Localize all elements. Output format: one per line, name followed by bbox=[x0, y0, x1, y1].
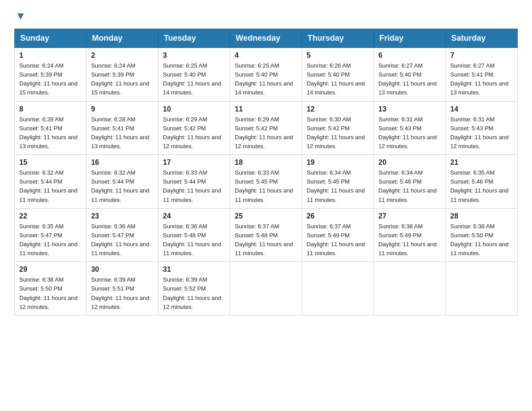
calendar-cell: 22 Sunrise: 6:35 AM Sunset: 5:47 PM Dayl… bbox=[15, 208, 86, 262]
day-number: 2 bbox=[91, 51, 153, 60]
day-number: 31 bbox=[163, 265, 225, 274]
calendar-cell: 13 Sunrise: 6:31 AM Sunset: 5:43 PM Dayl… bbox=[374, 101, 446, 155]
calendar-cell: 3 Sunrise: 6:25 AM Sunset: 5:40 PM Dayli… bbox=[158, 48, 230, 102]
day-number: 16 bbox=[91, 158, 153, 167]
day-info: Sunrise: 6:38 AM Sunset: 5:50 PM Dayligh… bbox=[19, 275, 82, 312]
day-info: Sunrise: 6:24 AM Sunset: 5:39 PM Dayligh… bbox=[19, 61, 82, 98]
day-number: 23 bbox=[91, 212, 153, 220]
calendar-cell: 19 Sunrise: 6:34 AM Sunset: 5:45 PM Dayl… bbox=[302, 155, 373, 209]
day-number: 30 bbox=[91, 265, 153, 274]
day-number: 25 bbox=[235, 212, 297, 220]
calendar-cell: 12 Sunrise: 6:30 AM Sunset: 5:42 PM Dayl… bbox=[302, 101, 373, 155]
day-info: Sunrise: 6:28 AM Sunset: 5:41 PM Dayligh… bbox=[91, 115, 153, 151]
column-header-saturday: Saturday bbox=[446, 29, 517, 48]
calendar-cell: 2 Sunrise: 6:24 AM Sunset: 5:39 PM Dayli… bbox=[86, 48, 158, 102]
column-header-thursday: Thursday bbox=[302, 29, 373, 48]
calendar-cell bbox=[302, 262, 373, 316]
calendar-cell: 27 Sunrise: 6:38 AM Sunset: 5:49 PM Dayl… bbox=[374, 208, 446, 262]
day-number: 12 bbox=[307, 105, 369, 113]
day-number: 5 bbox=[307, 51, 369, 60]
column-header-friday: Friday bbox=[374, 29, 446, 48]
calendar-cell bbox=[446, 262, 517, 316]
day-number: 22 bbox=[19, 212, 82, 220]
calendar-cell: 20 Sunrise: 6:34 AM Sunset: 5:46 PM Dayl… bbox=[374, 155, 446, 209]
calendar-week-row: 29 Sunrise: 6:38 AM Sunset: 5:50 PM Dayl… bbox=[15, 262, 518, 316]
calendar-cell: 10 Sunrise: 6:29 AM Sunset: 5:42 PM Dayl… bbox=[158, 101, 230, 155]
day-number: 17 bbox=[163, 158, 225, 167]
day-number: 21 bbox=[450, 158, 513, 167]
day-info: Sunrise: 6:33 AM Sunset: 5:45 PM Dayligh… bbox=[235, 168, 297, 205]
page-header bbox=[14, 11, 518, 21]
day-number: 18 bbox=[235, 158, 297, 167]
calendar-cell: 18 Sunrise: 6:33 AM Sunset: 5:45 PM Dayl… bbox=[230, 155, 302, 209]
day-number: 26 bbox=[307, 212, 369, 220]
column-header-sunday: Sunday bbox=[15, 29, 86, 48]
day-number: 27 bbox=[378, 212, 441, 220]
calendar-table: SundayMondayTuesdayWednesdayThursdayFrid… bbox=[14, 29, 518, 316]
calendar-cell: 23 Sunrise: 6:36 AM Sunset: 5:47 PM Dayl… bbox=[86, 208, 158, 262]
day-info: Sunrise: 6:26 AM Sunset: 5:40 PM Dayligh… bbox=[307, 61, 369, 98]
day-info: Sunrise: 6:38 AM Sunset: 5:50 PM Dayligh… bbox=[450, 222, 513, 258]
day-info: Sunrise: 6:29 AM Sunset: 5:42 PM Dayligh… bbox=[163, 115, 225, 151]
day-number: 24 bbox=[163, 212, 225, 220]
calendar-cell: 28 Sunrise: 6:38 AM Sunset: 5:50 PM Dayl… bbox=[446, 208, 517, 262]
day-number: 7 bbox=[450, 51, 513, 60]
calendar-cell: 31 Sunrise: 6:39 AM Sunset: 5:52 PM Dayl… bbox=[158, 262, 230, 316]
day-info: Sunrise: 6:32 AM Sunset: 5:44 PM Dayligh… bbox=[19, 168, 82, 205]
day-info: Sunrise: 6:35 AM Sunset: 5:47 PM Dayligh… bbox=[19, 222, 82, 258]
day-info: Sunrise: 6:27 AM Sunset: 5:41 PM Dayligh… bbox=[450, 61, 513, 98]
day-info: Sunrise: 6:36 AM Sunset: 5:48 PM Dayligh… bbox=[163, 222, 225, 258]
day-info: Sunrise: 6:30 AM Sunset: 5:42 PM Dayligh… bbox=[307, 115, 369, 151]
day-number: 15 bbox=[19, 158, 82, 167]
day-info: Sunrise: 6:29 AM Sunset: 5:42 PM Dayligh… bbox=[235, 115, 297, 151]
calendar-cell: 30 Sunrise: 6:39 AM Sunset: 5:51 PM Dayl… bbox=[86, 262, 158, 316]
day-info: Sunrise: 6:38 AM Sunset: 5:49 PM Dayligh… bbox=[378, 222, 441, 258]
calendar-cell: 15 Sunrise: 6:32 AM Sunset: 5:44 PM Dayl… bbox=[15, 155, 86, 209]
calendar-week-row: 15 Sunrise: 6:32 AM Sunset: 5:44 PM Dayl… bbox=[15, 155, 518, 209]
day-number: 4 bbox=[235, 51, 297, 60]
calendar-week-row: 22 Sunrise: 6:35 AM Sunset: 5:47 PM Dayl… bbox=[15, 208, 518, 262]
calendar-cell: 1 Sunrise: 6:24 AM Sunset: 5:39 PM Dayli… bbox=[15, 48, 86, 102]
day-info: Sunrise: 6:36 AM Sunset: 5:47 PM Dayligh… bbox=[91, 222, 153, 258]
calendar-cell: 14 Sunrise: 6:31 AM Sunset: 5:43 PM Dayl… bbox=[446, 101, 517, 155]
day-number: 1 bbox=[19, 51, 82, 60]
day-number: 3 bbox=[163, 51, 225, 60]
calendar-cell: 11 Sunrise: 6:29 AM Sunset: 5:42 PM Dayl… bbox=[230, 101, 302, 155]
calendar-cell: 5 Sunrise: 6:26 AM Sunset: 5:40 PM Dayli… bbox=[302, 48, 373, 102]
day-number: 9 bbox=[91, 105, 153, 113]
column-header-wednesday: Wednesday bbox=[230, 29, 302, 48]
day-number: 19 bbox=[307, 158, 369, 167]
calendar-cell: 8 Sunrise: 6:28 AM Sunset: 5:41 PM Dayli… bbox=[15, 101, 86, 155]
day-info: Sunrise: 6:31 AM Sunset: 5:43 PM Dayligh… bbox=[450, 115, 513, 151]
day-info: Sunrise: 6:24 AM Sunset: 5:39 PM Dayligh… bbox=[91, 61, 153, 98]
calendar-week-row: 8 Sunrise: 6:28 AM Sunset: 5:41 PM Dayli… bbox=[15, 101, 518, 155]
day-info: Sunrise: 6:34 AM Sunset: 5:45 PM Dayligh… bbox=[307, 168, 369, 205]
calendar-cell: 29 Sunrise: 6:38 AM Sunset: 5:50 PM Dayl… bbox=[15, 262, 86, 316]
day-number: 28 bbox=[450, 212, 513, 220]
day-info: Sunrise: 6:27 AM Sunset: 5:40 PM Dayligh… bbox=[378, 61, 441, 98]
calendar-cell: 9 Sunrise: 6:28 AM Sunset: 5:41 PM Dayli… bbox=[86, 101, 158, 155]
day-number: 14 bbox=[450, 105, 513, 113]
day-info: Sunrise: 6:37 AM Sunset: 5:48 PM Dayligh… bbox=[235, 222, 297, 258]
calendar-cell: 17 Sunrise: 6:33 AM Sunset: 5:44 PM Dayl… bbox=[158, 155, 230, 209]
calendar-cell: 7 Sunrise: 6:27 AM Sunset: 5:41 PM Dayli… bbox=[446, 48, 517, 102]
day-info: Sunrise: 6:28 AM Sunset: 5:41 PM Dayligh… bbox=[19, 115, 82, 151]
day-info: Sunrise: 6:34 AM Sunset: 5:46 PM Dayligh… bbox=[378, 168, 441, 205]
svg-marker-0 bbox=[17, 13, 24, 20]
day-info: Sunrise: 6:32 AM Sunset: 5:44 PM Dayligh… bbox=[91, 168, 153, 205]
calendar-week-row: 1 Sunrise: 6:24 AM Sunset: 5:39 PM Dayli… bbox=[15, 48, 518, 102]
day-info: Sunrise: 6:25 AM Sunset: 5:40 PM Dayligh… bbox=[163, 61, 225, 98]
day-info: Sunrise: 6:35 AM Sunset: 5:46 PM Dayligh… bbox=[450, 168, 513, 205]
calendar-cell: 21 Sunrise: 6:35 AM Sunset: 5:46 PM Dayl… bbox=[446, 155, 517, 209]
calendar-cell: 25 Sunrise: 6:37 AM Sunset: 5:48 PM Dayl… bbox=[230, 208, 302, 262]
day-number: 11 bbox=[235, 105, 297, 113]
column-header-monday: Monday bbox=[86, 29, 158, 48]
day-info: Sunrise: 6:39 AM Sunset: 5:52 PM Dayligh… bbox=[163, 275, 225, 312]
calendar-cell: 4 Sunrise: 6:25 AM Sunset: 5:40 PM Dayli… bbox=[230, 48, 302, 102]
day-number: 20 bbox=[378, 158, 441, 167]
calendar-cell: 26 Sunrise: 6:37 AM Sunset: 5:49 PM Dayl… bbox=[302, 208, 373, 262]
calendar-cell: 6 Sunrise: 6:27 AM Sunset: 5:40 PM Dayli… bbox=[374, 48, 446, 102]
day-number: 10 bbox=[163, 105, 225, 113]
column-header-tuesday: Tuesday bbox=[158, 29, 230, 48]
calendar-cell: 16 Sunrise: 6:32 AM Sunset: 5:44 PM Dayl… bbox=[86, 155, 158, 209]
